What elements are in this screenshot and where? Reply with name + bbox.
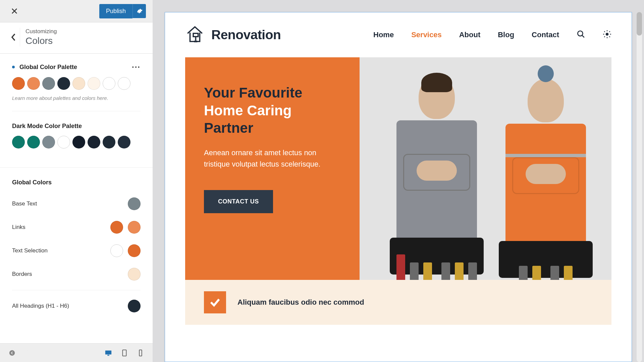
tablet-icon [121,349,128,357]
collapse-toggle[interactable] [4,346,20,360]
contact-us-button[interactable]: CONTACT US [204,190,273,213]
svg-point-8 [606,33,609,36]
preview-scrollbar[interactable] [637,12,642,362]
gear-icon [137,8,143,14]
color-swatch[interactable] [103,136,115,148]
color-swatch[interactable] [118,136,130,148]
sidebar-topbar: Publish [0,0,153,22]
dark-palette-title: Dark Mode Color Palette [12,123,141,130]
color-row-label: Text Selection [12,247,48,254]
color-swatch[interactable] [57,136,70,148]
mobile-preview-button[interactable] [132,346,149,360]
sidebar-footer [0,343,153,362]
color-swatch[interactable] [128,268,141,281]
sun-icon [603,30,611,39]
color-swatch[interactable] [88,77,100,90]
color-row[interactable]: Base Text [12,192,141,216]
svg-rect-4 [139,350,142,356]
nav-link-services[interactable]: Services [411,31,442,39]
info-text: Aliquam faucibus odio nec commod [237,298,364,307]
check-box [204,291,226,313]
close-button[interactable] [7,3,22,19]
svg-line-14 [609,37,610,37]
divider [12,111,141,111]
color-row-label: Links [12,224,25,231]
search-icon [577,30,585,39]
close-icon [11,8,18,14]
hero-title: Your Favourite Home Caring Partner [204,84,341,137]
color-swatch[interactable] [110,221,123,234]
color-swatch[interactable] [118,77,130,90]
color-row-label: Borders [12,271,32,278]
back-button[interactable] [7,28,20,47]
breadcrumb-title: Colors [25,36,57,46]
worker-figure-2 [494,79,598,280]
color-row[interactable]: Links [12,216,141,239]
color-row[interactable]: Text Selection [12,239,141,262]
site-nav: HomeServicesAboutBlogContact [373,30,611,40]
active-dot-icon [12,66,15,68]
color-swatch[interactable] [103,77,115,90]
svg-rect-2 [107,355,109,356]
color-swatch[interactable] [128,244,141,257]
moon-icon [24,349,32,357]
color-swatch[interactable] [128,300,141,312]
site-frame[interactable]: Renovation HomeServicesAboutBlogContact [165,12,632,362]
svg-line-16 [609,31,610,32]
nav-link-blog[interactable]: Blog [498,31,514,39]
color-swatch[interactable] [27,77,40,90]
svg-point-7 [578,31,583,36]
chevron-left-icon [11,34,16,41]
panel-body[interactable]: Global Color Palette ··· Learn more abou… [0,54,153,343]
global-color-rows: Base TextLinksText SelectionBordersAll H… [12,192,141,318]
desktop-icon [105,349,112,357]
desktop-preview-button[interactable] [100,346,116,360]
worker-figure-1 [373,75,500,280]
publish-settings-button[interactable] [132,4,146,18]
nav-link-contact[interactable]: Contact [532,31,559,39]
svg-line-13 [604,31,605,32]
color-swatch[interactable] [110,244,123,257]
hero-section: Your Favourite Home Caring Partner Aenea… [165,57,632,325]
color-swatch[interactable] [88,136,100,148]
color-swatch[interactable] [12,136,25,148]
logo-text: Renovation [211,27,281,42]
color-swatch[interactable] [42,136,55,148]
site-header: Renovation HomeServicesAboutBlogContact [165,12,632,57]
dark-mode-toggle[interactable] [20,346,36,360]
color-swatch[interactable] [12,77,25,90]
dark-swatches [12,136,141,148]
site-logo[interactable]: Renovation [185,24,281,45]
color-swatch[interactable] [42,77,55,90]
svg-rect-3 [123,350,126,356]
color-row[interactable]: Borders [12,262,141,286]
hero-image [360,57,611,280]
color-swatch[interactable] [128,221,141,234]
global-swatches [12,77,141,90]
nav-link-home[interactable]: Home [373,31,394,39]
svg-point-0 [9,350,15,356]
hero-content: Your Favourite Home Caring Partner Aenea… [185,57,360,280]
nav-link-about[interactable]: About [459,31,481,39]
color-row-label: Base Text [12,200,37,207]
theme-toggle[interactable] [603,30,611,40]
color-swatch[interactable] [57,77,70,90]
check-icon [209,296,221,308]
color-row[interactable]: All Headings (H1 - H6) [12,294,141,318]
color-swatch[interactable] [72,77,85,90]
global-palette-title: Global Color Palette [12,64,77,71]
color-swatch[interactable] [72,136,85,148]
breadcrumb-label: Customizing [25,28,57,35]
breadcrumb: Customizing Colors [0,22,153,54]
color-swatch[interactable] [27,136,40,148]
search-button[interactable] [577,30,585,40]
svg-rect-5 [193,34,198,37]
publish-group: Publish [99,4,146,18]
mobile-icon [137,349,144,357]
palette-hint[interactable]: Learn more about palettes and colors her… [12,95,141,101]
tablet-preview-button[interactable] [116,346,132,360]
hero-description: Aenean ornare sit amet lectus non tristi… [204,147,341,170]
palette-more-button[interactable]: ··· [132,63,141,71]
color-swatch[interactable] [128,197,141,210]
publish-button[interactable]: Publish [99,4,132,18]
